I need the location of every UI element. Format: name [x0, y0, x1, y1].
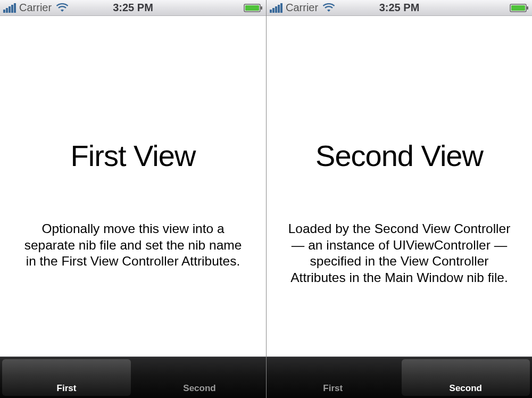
simulator-window-left: Carrier 3:25 PM First View Optionally mo…	[0, 0, 266, 398]
tab-second[interactable]: Second	[133, 357, 266, 398]
view-description: Optionally move this view into a separat…	[21, 221, 245, 270]
simulator-window-right: Carrier 3:25 PM Second View Loaded by th…	[266, 0, 532, 398]
svg-rect-1	[245, 5, 259, 11]
carrier-label: Carrier	[286, 2, 318, 14]
wifi-icon	[56, 3, 69, 13]
svg-rect-4	[511, 5, 525, 11]
clock-label: 3:25 PM	[113, 2, 153, 14]
clock-label: 3:25 PM	[379, 2, 420, 14]
view-title: First View	[71, 138, 196, 173]
tab-label: First	[57, 383, 77, 394]
tab-label: Second	[183, 383, 215, 394]
battery-icon	[244, 3, 263, 13]
tab-bar: First Second	[0, 356, 266, 398]
content-view-first: First View Optionally move this view int…	[0, 16, 266, 356]
carrier-label: Carrier	[19, 2, 52, 14]
svg-rect-5	[527, 6, 528, 10]
view-title: Second View	[315, 138, 483, 173]
tab-first[interactable]: First	[267, 357, 400, 398]
status-bar: Carrier 3:25 PM	[0, 0, 266, 16]
tab-first[interactable]: First	[0, 357, 133, 398]
tab-label: Second	[450, 383, 482, 394]
wifi-icon	[322, 3, 335, 13]
signal-bars-icon	[3, 3, 16, 13]
battery-icon	[510, 3, 529, 13]
tab-second[interactable]: Second	[400, 357, 533, 398]
signal-bars-icon	[270, 3, 282, 13]
svg-rect-2	[261, 6, 262, 10]
tab-bar: First Second	[267, 356, 532, 398]
view-description: Loaded by the Second View Controller — a…	[288, 221, 511, 286]
status-bar: Carrier 3:25 PM	[267, 0, 532, 16]
tab-label: First	[323, 383, 343, 394]
content-view-second: Second View Loaded by the Second View Co…	[267, 16, 532, 356]
